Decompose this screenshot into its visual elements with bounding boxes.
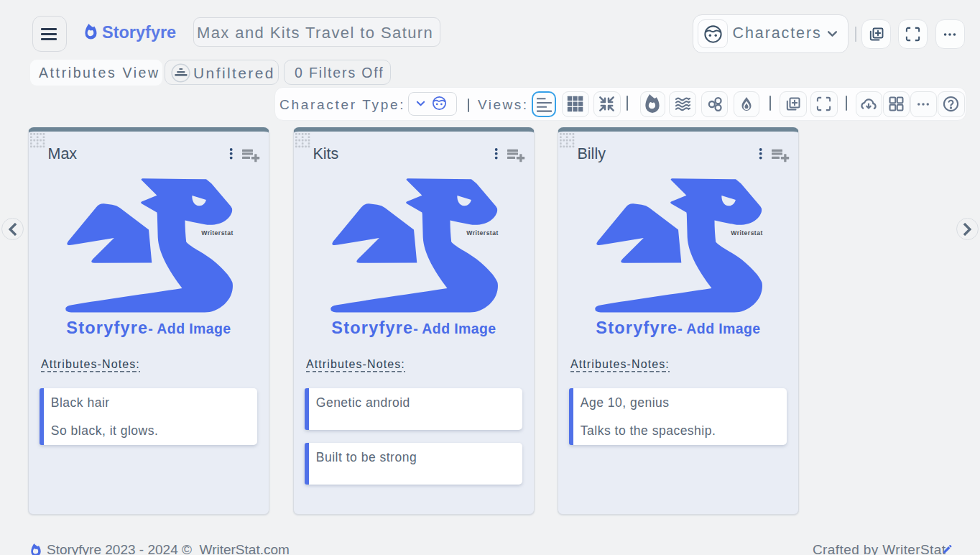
svg-text:Writerstat: Writerstat <box>466 229 498 237</box>
svg-text:Writerstat: Writerstat <box>731 229 762 237</box>
svg-text:Writerstat: Writerstat <box>201 229 233 237</box>
